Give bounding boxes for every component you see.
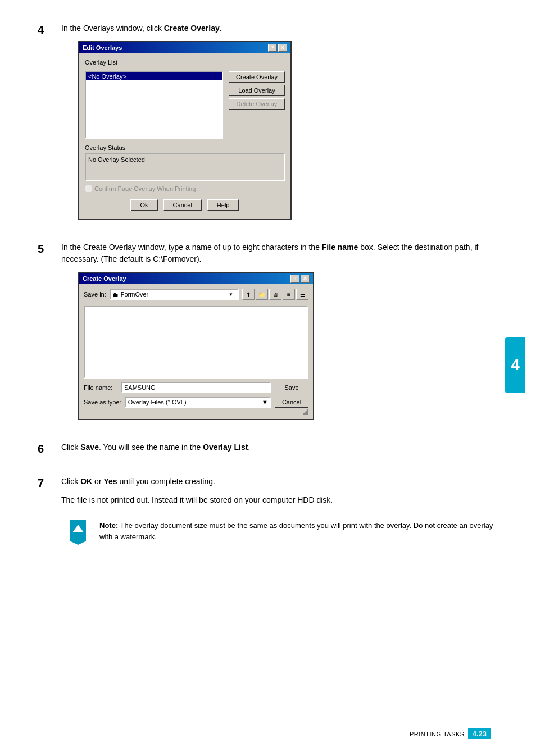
note-label: Note: — [99, 521, 118, 530]
create-overlay-title: Create Overlay — [83, 275, 126, 282]
create-overlay-btn[interactable]: Create Overlay — [229, 71, 285, 83]
cancel-create-btn[interactable]: Cancel — [275, 397, 308, 408]
step-7-text: Click OK or Yes until you complete creat… — [61, 476, 498, 488]
footer-num: 4.23 — [468, 728, 491, 739]
footer-label: Printing Tasks — [410, 731, 465, 737]
file-browse-area — [84, 306, 308, 379]
cancel-btn[interactable]: Cancel — [163, 199, 202, 211]
create-overlay-body: Save in: 🖿 FormOver ▼ ⬆ 📁 🖥 ≡ — [79, 284, 313, 419]
save-type-value: Overlay Files (*.OVL) — [128, 399, 260, 406]
step-4-text: In the Overlays window, click Create Ove… — [61, 22, 498, 34]
save-type-arrow[interactable]: ▼ — [260, 399, 268, 406]
bookmark-arrow — [72, 525, 84, 532]
step-6-block: 6 Click Save. You will see the name in t… — [38, 441, 498, 460]
overlay-status-text: No Overlay Selected — [88, 156, 145, 163]
save-in-row: Save in: 🖿 FormOver ▼ ⬆ 📁 🖥 ≡ — [84, 289, 308, 300]
toolbar-buttons: ⬆ 📁 🖥 ≡ ☰ — [242, 289, 308, 300]
step-4-number: 4 — [38, 22, 54, 37]
step-6-number: 6 — [38, 441, 54, 456]
save-btn[interactable]: Save — [275, 382, 308, 393]
save-in-value: FormOver — [121, 291, 226, 298]
save-type-label: Save as type: — [84, 399, 121, 406]
note-body-text: The overlay document size must be the sa… — [99, 521, 493, 541]
new-folder-btn[interactable]: 📁 — [256, 289, 268, 300]
edit-overlays-body: Overlay List <No Overlay> Create Overlay… — [79, 53, 290, 219]
confirm-overlay-checkbox[interactable] — [85, 185, 92, 192]
dialog-close-btn[interactable]: ✕ — [278, 44, 287, 52]
overlay-buttons-col: Create Overlay Load Overlay Delete Overl… — [229, 71, 285, 110]
note-icon — [70, 520, 93, 548]
step-4-content: In the Overlays window, click Create Ove… — [61, 22, 498, 226]
step-6-text: Click Save. You will see the name in the… — [61, 441, 498, 453]
overlay-list-area: <No Overlay> — [85, 71, 223, 139]
page-footer: Printing Tasks 4.23 — [410, 728, 491, 739]
create-overlay-dialog: Create Overlay ? ✕ Save in: 🖿 FormOv — [78, 272, 314, 420]
step-5-text: In the Create Overlay window, type a nam… — [61, 242, 498, 265]
overlay-status-box: No Overlay Selected — [85, 153, 285, 181]
create-overlay-titlebar: Create Overlay ? ✕ — [79, 273, 313, 284]
save-in-label: Save in: — [84, 291, 106, 298]
step-7-content: Click OK or Yes until you complete creat… — [61, 476, 498, 555]
file-name-label: File name: — [84, 384, 117, 391]
confirm-overlay-label: Confirm Page Overlay When Printing — [94, 185, 196, 192]
file-name-input[interactable] — [121, 382, 271, 393]
dialog-help-btn[interactable]: ? — [268, 44, 277, 52]
overlay-selected-item[interactable]: <No Overlay> — [86, 72, 222, 80]
save-type-row: Save as type: Overlay Files (*.OVL) ▼ Ca… — [84, 397, 308, 408]
overlay-status-label: Overlay Status — [85, 144, 285, 151]
extra-text: The file is not printed out. Instead it … — [61, 494, 498, 506]
step-7-number: 7 — [38, 476, 54, 490]
save-type-combo[interactable]: Overlay Files (*.OVL) ▼ — [125, 397, 271, 408]
note-box: Note: The overlay document size must be … — [61, 513, 498, 555]
file-name-row: File name: Save — [84, 382, 308, 393]
delete-overlay-btn[interactable]: Delete Overlay — [229, 98, 285, 110]
up-folder-btn[interactable]: ⬆ — [242, 289, 255, 300]
bookmark-icon — [70, 520, 86, 545]
note-text: Note: The overlay document size must be … — [99, 520, 498, 542]
list-view-btn[interactable]: ≡ — [283, 289, 295, 300]
edit-overlays-dialog: Edit Overlays ? ✕ Overlay List <No Overl… — [78, 41, 292, 220]
edit-overlays-title: Edit Overlays — [83, 44, 122, 51]
details-view-btn[interactable]: ☰ — [296, 289, 308, 300]
step-7-block: 7 Click OK or Yes until you complete cre… — [38, 476, 498, 555]
help-btn[interactable]: Help — [207, 199, 240, 211]
edit-overlays-titlebar: Edit Overlays ? ✕ — [79, 42, 290, 53]
step-5-content: In the Create Overlay window, type a nam… — [61, 242, 498, 426]
edit-overlays-footer: Ok Cancel Help — [85, 195, 285, 213]
confirm-overlay-row: Confirm Page Overlay When Printing — [85, 185, 285, 192]
step-5-number: 5 — [38, 242, 54, 256]
overlay-status-section: Overlay Status No Overlay Selected — [85, 144, 285, 181]
overlay-listbox[interactable]: <No Overlay> — [85, 71, 223, 139]
overlay-main-row: <No Overlay> Create Overlay Load Overlay… — [85, 71, 285, 139]
step-4-block: 4 In the Overlays window, click Create O… — [38, 22, 498, 226]
create-dialog-close-btn[interactable]: ✕ — [301, 275, 310, 283]
ok-btn[interactable]: Ok — [130, 199, 158, 211]
desktop-btn[interactable]: 🖥 — [269, 289, 281, 300]
step-6-content: Click Save. You will see the name in the… — [61, 441, 498, 460]
chapter-tab: 4 — [505, 337, 525, 393]
create-dialog-help-btn[interactable]: ? — [290, 275, 299, 283]
resize-handle — [303, 409, 308, 415]
save-in-arrow[interactable]: ▼ — [226, 292, 235, 297]
save-in-combo[interactable]: 🖿 FormOver ▼ — [110, 289, 239, 300]
load-overlay-btn[interactable]: Load Overlay — [229, 85, 285, 96]
step-5-block: 5 In the Create Overlay window, type a n… — [38, 242, 498, 426]
overlay-list-label: Overlay List — [85, 59, 285, 66]
